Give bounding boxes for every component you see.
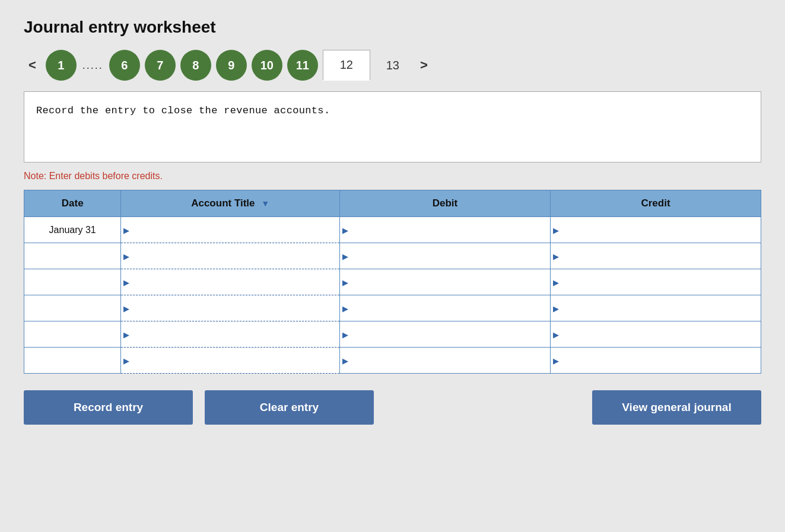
debit-cell-5[interactable]: ▶ [339,348,550,374]
debit-arrow-icon-3: ▶ [342,304,348,313]
credit-input-4[interactable] [551,321,761,347]
record-entry-button[interactable]: Record entry [24,390,193,425]
buttons-row: Record entry Clear entry View general jo… [24,390,761,425]
table-row: ▶▶▶ [24,295,761,321]
table-row: ▶▶▶ [24,243,761,269]
date-cell-5 [24,348,121,374]
journal-table: Date Account Title ▼ Debit Credit Januar… [24,190,761,374]
debit-input-4[interactable] [340,321,550,347]
page-10[interactable]: 10 [252,50,282,81]
account-cell-5[interactable]: ▶ [121,348,340,374]
credit-cell-4[interactable]: ▶ [550,321,761,348]
page-title: Journal entry worksheet [24,18,761,37]
page-7[interactable]: 7 [145,50,176,81]
col-account-title: Account Title ▼ [121,190,340,217]
next-arrow[interactable]: > [415,56,433,74]
credit-input-0[interactable] [551,217,761,243]
debit-input-3[interactable] [340,295,550,321]
credit-cell-5[interactable]: ▶ [550,348,761,374]
page-11[interactable]: 11 [287,50,318,81]
row-arrow-icon-4: ▶ [123,330,129,339]
account-input-3[interactable] [121,295,339,321]
debit-input-5[interactable] [340,348,550,373]
account-dropdown-icon[interactable]: ▼ [261,199,269,208]
col-credit: Credit [550,190,761,217]
debit-input-1[interactable] [340,243,550,269]
debit-cell-4[interactable]: ▶ [339,321,550,348]
description-text: Record the entry to close the revenue ac… [36,105,330,116]
page-12-tab[interactable]: 12 [323,50,370,81]
debit-input-0[interactable] [340,217,550,243]
credit-cell-2[interactable]: ▶ [550,269,761,295]
debit-arrow-icon-4: ▶ [342,330,348,339]
table-row: ▶▶▶ [24,269,761,295]
credit-arrow-icon-0: ▶ [553,225,559,234]
debit-cell-3[interactable]: ▶ [339,295,550,321]
debit-arrow-icon-1: ▶ [342,251,348,260]
note-text: Note: Enter debits before credits. [24,171,761,181]
table-row: ▶▶▶ [24,348,761,374]
page-13-tab[interactable]: 13 [375,50,411,81]
row-arrow-icon-1: ▶ [123,251,129,260]
table-row: January 31▶▶▶ [24,217,761,243]
row-arrow-icon-3: ▶ [123,304,129,313]
page-6[interactable]: 6 [109,50,140,81]
debit-cell-0[interactable]: ▶ [339,217,550,243]
page-1[interactable]: 1 [46,50,77,81]
date-cell-0: January 31 [24,217,121,243]
account-cell-2[interactable]: ▶ [121,269,340,295]
debit-cell-2[interactable]: ▶ [339,269,550,295]
credit-cell-0[interactable]: ▶ [550,217,761,243]
debit-arrow-icon-5: ▶ [342,356,348,365]
prev-arrow[interactable]: < [24,56,41,74]
pagination: < 1 ..... 6 7 8 9 10 11 12 13 > [24,50,761,81]
credit-cell-1[interactable]: ▶ [550,243,761,269]
account-input-5[interactable] [121,348,339,373]
debit-input-2[interactable] [340,269,550,295]
table-row: ▶▶▶ [24,321,761,348]
account-cell-0[interactable]: ▶ [121,217,340,243]
account-input-1[interactable] [121,243,339,269]
account-input-2[interactable] [121,269,339,295]
credit-arrow-icon-2: ▶ [553,278,559,286]
description-box: Record the entry to close the revenue ac… [24,91,761,163]
credit-arrow-icon-1: ▶ [553,251,559,260]
credit-input-2[interactable] [551,269,761,295]
date-cell-4 [24,321,121,348]
account-input-0[interactable] [121,217,339,243]
credit-arrow-icon-5: ▶ [553,356,559,365]
account-input-4[interactable] [121,321,339,347]
date-cell-2 [24,269,121,295]
row-arrow-icon-0: ▶ [123,225,129,234]
credit-input-5[interactable] [551,348,761,373]
col-debit: Debit [339,190,550,217]
dots: ..... [82,59,103,72]
credit-cell-3[interactable]: ▶ [550,295,761,321]
account-cell-4[interactable]: ▶ [121,321,340,348]
view-general-journal-button[interactable]: View general journal [592,390,761,425]
row-arrow-icon-2: ▶ [123,278,129,286]
col-date: Date [24,190,121,217]
debit-cell-1[interactable]: ▶ [339,243,550,269]
row-arrow-icon-5: ▶ [123,356,129,365]
page-9[interactable]: 9 [216,50,247,81]
account-cell-1[interactable]: ▶ [121,243,340,269]
debit-arrow-icon-0: ▶ [342,225,348,234]
credit-input-1[interactable] [551,243,761,269]
date-cell-3 [24,295,121,321]
clear-entry-button[interactable]: Clear entry [205,390,374,425]
credit-arrow-icon-4: ▶ [553,330,559,339]
credit-input-3[interactable] [551,295,761,321]
date-cell-1 [24,243,121,269]
credit-arrow-icon-3: ▶ [553,304,559,313]
debit-arrow-icon-2: ▶ [342,278,348,286]
account-cell-3[interactable]: ▶ [121,295,340,321]
page-8[interactable]: 8 [180,50,211,81]
